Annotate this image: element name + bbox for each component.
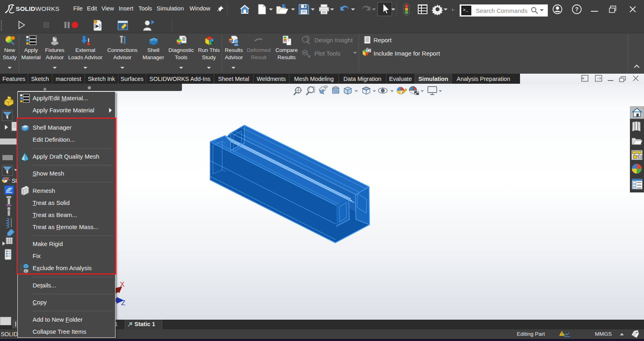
svg-text:?: ? [287,39,289,43]
svg-text:{▶}: {▶} [94,23,101,28]
svg-text:Z: Z [121,299,125,306]
svg-text:?: ? [575,6,579,12]
svg-text:!: ! [561,332,563,336]
